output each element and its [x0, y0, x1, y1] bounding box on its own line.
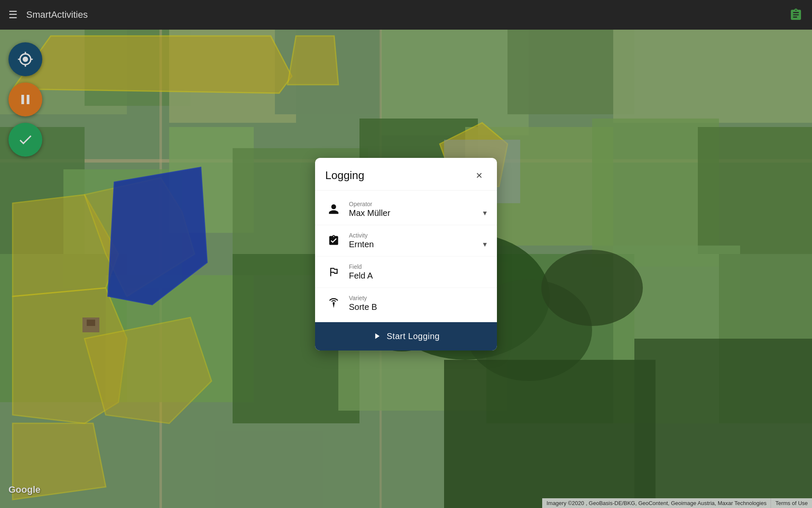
- operator-content: Operator Max Müller ▾: [349, 201, 487, 218]
- field-row: Field Feld A: [315, 257, 497, 288]
- operator-label: Operator: [349, 201, 487, 207]
- field-label: Field: [349, 263, 487, 270]
- variety-icon: [325, 295, 342, 312]
- field-icon: [325, 263, 342, 280]
- modal-footer: Start Logging: [315, 322, 497, 351]
- operator-dropdown-arrow: ▾: [483, 208, 487, 218]
- variety-content: Variety Sorte B: [349, 295, 487, 312]
- start-logging-button[interactable]: Start Logging: [315, 322, 497, 351]
- modal-header: Logging ×: [315, 158, 497, 190]
- activity-icon: [325, 232, 342, 249]
- variety-row: Variety Sorte B: [315, 288, 497, 319]
- activity-value: Ernten: [349, 240, 374, 249]
- modal-title: Logging: [325, 169, 365, 182]
- modal-overlay: Logging × Operator Max Müller ▾: [0, 0, 812, 508]
- field-value: Feld A: [349, 271, 487, 281]
- activity-value-row[interactable]: Ernten ▾: [349, 240, 487, 249]
- logging-modal: Logging × Operator Max Müller ▾: [315, 158, 497, 351]
- activity-row: Activity Ernten ▾: [315, 225, 497, 257]
- modal-body: Operator Max Müller ▾ Activity: [315, 190, 497, 322]
- operator-icon: [325, 201, 342, 218]
- activity-dropdown-arrow: ▾: [483, 240, 487, 249]
- activity-content: Activity Ernten ▾: [349, 232, 487, 249]
- start-logging-label: Start Logging: [387, 331, 439, 341]
- variety-value: Sorte B: [349, 302, 487, 312]
- field-content: Field Feld A: [349, 263, 487, 281]
- operator-row: Operator Max Müller ▾: [315, 194, 497, 225]
- modal-close-button[interactable]: ×: [472, 168, 487, 183]
- operator-value-row[interactable]: Max Müller ▾: [349, 208, 487, 218]
- activity-label: Activity: [349, 232, 487, 239]
- operator-value: Max Müller: [349, 208, 390, 218]
- variety-label: Variety: [349, 295, 487, 301]
